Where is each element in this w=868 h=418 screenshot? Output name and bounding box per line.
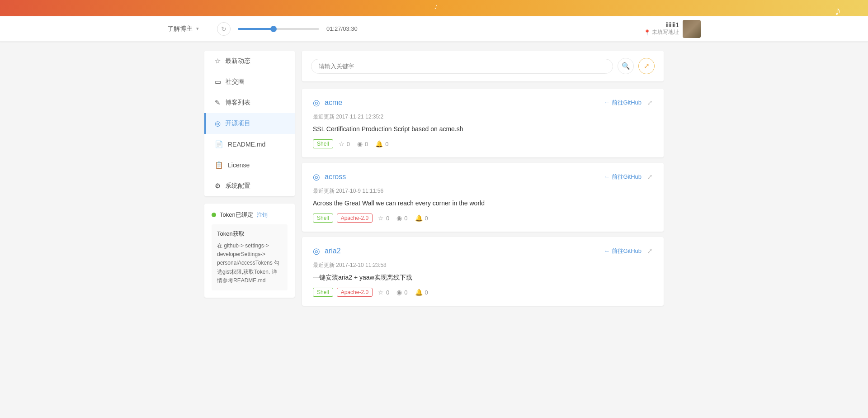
stat-item: 🔔 0 xyxy=(375,140,388,147)
github-link[interactable]: ← 前往GitHub xyxy=(604,247,642,255)
sidebar-item-license[interactable]: 📋 License xyxy=(204,155,295,176)
search-button[interactable]: 🔍 xyxy=(618,58,634,74)
card-header: ◎ across ← 前往GitHub ⤢ xyxy=(313,172,653,182)
stat-icon: 🔔 xyxy=(415,289,423,296)
player-dropdown-icon: ▾ xyxy=(196,26,199,32)
sidebar-item-settings[interactable]: ⚙ 系统配置 xyxy=(204,176,295,196)
stat-count: 0 xyxy=(425,215,428,222)
tag-shell: Shell xyxy=(313,288,333,297)
sidebar-item-latest[interactable]: ☆ 最新动态 xyxy=(204,51,295,71)
refresh-icon: ↻ xyxy=(221,25,226,33)
card-title-group: ◎ aria2 xyxy=(313,246,341,256)
sidebar-item-label: License xyxy=(228,162,250,169)
token-info-box: Token获取 在 github-> settings-> developerS… xyxy=(212,224,288,290)
project-card-aria2: ◎ aria2 ← 前往GitHub ⤢ 最近更新 2017-12-10 11:… xyxy=(302,237,664,306)
search-bar: 🔍 ⤢ xyxy=(302,51,664,81)
player-controls: ↻ 01:27/03:30 xyxy=(217,22,358,36)
project-icon: ◎ xyxy=(313,172,320,182)
stat-item: ☆ 0 xyxy=(339,140,350,147)
card-tags: Shell ☆ 0 ◉ 0 🔔 0 xyxy=(313,139,653,148)
player-location: 📍 未填写地址 xyxy=(644,28,679,36)
search-icon: 🔍 xyxy=(622,62,630,70)
token-box-desc: 在 github-> settings-> developerSettings-… xyxy=(217,242,282,285)
token-logout-button[interactable]: 注销 xyxy=(257,211,268,219)
github-link[interactable]: ← 前往GitHub xyxy=(604,99,642,107)
stat-icon: 🔔 xyxy=(375,140,383,147)
stat-icon: ◉ xyxy=(357,140,363,147)
stat-icon: ☆ xyxy=(378,289,384,296)
file-icon: 📄 xyxy=(215,140,223,148)
card-share-icon[interactable]: ⤢ xyxy=(647,99,653,107)
stat-icon: 🔔 xyxy=(415,214,423,222)
sidebar-item-community[interactable]: ▭ 社交圈 xyxy=(204,71,295,92)
token-section: Token已绑定 注销 Token获取 在 github-> settings-… xyxy=(204,204,295,298)
token-status-dot xyxy=(212,213,216,217)
main-wrapper: ☆ 最新动态 ▭ 社交圈 ✎ 博客列表 ◎ 开源项目 📄 README.md 📋 xyxy=(0,42,868,320)
location-icon: 📍 xyxy=(644,29,651,36)
card-share-icon[interactable]: ⤢ xyxy=(647,173,653,181)
sidebar-nav: ☆ 最新动态 ▭ 社交圈 ✎ 博客列表 ◎ 开源项目 📄 README.md 📋 xyxy=(204,51,295,196)
share-button[interactable]: ⤢ xyxy=(638,58,655,74)
stat-icon: ☆ xyxy=(378,214,384,222)
sidebar-item-open-source[interactable]: ◎ 开源项目 xyxy=(204,113,295,134)
music-note-top-icon: ♪ xyxy=(434,2,438,11)
sidebar-item-label: 最新动态 xyxy=(225,57,250,65)
sidebar-item-label: 开源项目 xyxy=(225,119,250,128)
stat-count: 0 xyxy=(365,141,368,147)
card-header: ◎ aria2 ← 前往GitHub ⤢ xyxy=(313,246,653,256)
project-card-across: ◎ across ← 前往GitHub ⤢ 最近更新 2017-10-9 11:… xyxy=(302,163,664,232)
token-header: Token已绑定 注销 xyxy=(212,211,288,219)
card-tags: ShellApache-2.0 ☆ 0 ◉ 0 🔔 0 xyxy=(313,288,653,297)
card-title-group: ◎ across xyxy=(313,172,346,182)
card-actions: ← 前往GitHub ⤢ xyxy=(604,173,653,181)
player-user-section: iiiiiii1 📍 未填写地址 xyxy=(644,20,701,38)
tag-apache: Apache-2.0 xyxy=(337,288,373,297)
card-update-time: 最近更新 2017-12-10 11:23:58 xyxy=(313,261,653,269)
player-progress-container[interactable] xyxy=(238,28,319,30)
card-title-group: ◎ acme xyxy=(313,98,342,108)
sidebar-item-readme[interactable]: 📄 README.md xyxy=(204,134,295,155)
stat-icon: ◉ xyxy=(396,214,402,222)
license-icon: 📋 xyxy=(215,161,223,169)
stat-icon: ☆ xyxy=(339,140,344,147)
card-actions: ← 前往GitHub ⤢ xyxy=(604,99,653,107)
music-note-right-icon: ♪ xyxy=(835,4,841,18)
stat-item: ☆ 0 xyxy=(378,289,389,296)
project-card-acme: ◎ acme ← 前往GitHub ⤢ 最近更新 2017-11-21 12:3… xyxy=(302,89,664,157)
player-title-section[interactable]: 了解博主 ▾ xyxy=(167,25,199,33)
stat-item: ◉ 0 xyxy=(396,214,407,222)
search-input[interactable] xyxy=(311,59,613,74)
tag-shell: Shell xyxy=(313,139,333,148)
sidebar: ☆ 最新动态 ▭ 社交圈 ✎ 博客列表 ◎ 开源项目 📄 README.md 📋 xyxy=(204,51,295,311)
stat-item: 🔔 0 xyxy=(415,289,428,296)
card-stats: ☆ 0 ◉ 0 🔔 0 xyxy=(378,214,428,222)
stat-item: ◉ 0 xyxy=(357,140,368,147)
sidebar-item-blog-list[interactable]: ✎ 博客列表 xyxy=(204,92,295,113)
stat-count: 0 xyxy=(404,215,407,222)
stat-count: 0 xyxy=(404,289,407,296)
player-refresh-button[interactable]: ↻ xyxy=(217,22,231,36)
player-time: 01:27/03:30 xyxy=(326,25,358,32)
card-description: SSL Certification Production Script base… xyxy=(313,124,653,134)
card-update-time: 最近更新 2017-10-9 11:11:56 xyxy=(313,187,653,195)
progress-bar[interactable] xyxy=(238,28,319,30)
stat-item: ◉ 0 xyxy=(396,289,407,296)
stat-count: 0 xyxy=(425,289,428,296)
sidebar-item-label: README.md xyxy=(228,141,265,148)
gear-icon: ⚙ xyxy=(215,182,221,190)
card-share-icon[interactable]: ⤢ xyxy=(647,247,653,255)
card-description: 一键安装aria2 + yaaw实现离线下载 xyxy=(313,273,653,282)
project-title: acme xyxy=(325,99,342,107)
token-status-label: Token已绑定 xyxy=(220,211,253,219)
project-list: ◎ acme ← 前往GitHub ⤢ 最近更新 2017-11-21 12:3… xyxy=(302,89,664,306)
circle-icon: ◎ xyxy=(215,119,221,128)
avatar-image xyxy=(683,20,701,38)
github-link[interactable]: ← 前往GitHub xyxy=(604,173,642,181)
card-stats: ☆ 0 ◉ 0 🔔 0 xyxy=(339,140,389,147)
player-location-text: 未填写地址 xyxy=(652,28,679,36)
project-title: across xyxy=(325,173,346,181)
project-icon: ◎ xyxy=(313,246,320,256)
stat-item: ☆ 0 xyxy=(378,214,389,222)
card-stats: ☆ 0 ◉ 0 🔔 0 xyxy=(378,289,428,296)
square-icon: ▭ xyxy=(215,78,221,86)
